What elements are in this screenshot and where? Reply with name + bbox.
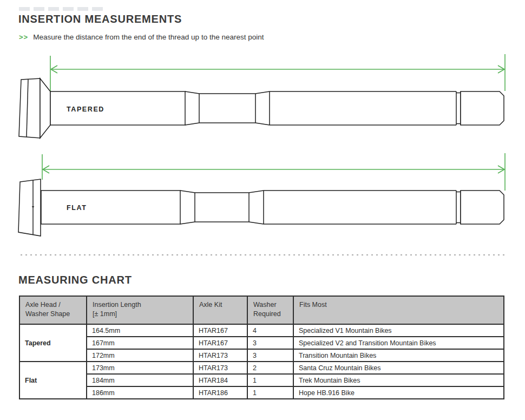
axle-head	[18, 179, 41, 236]
table-row: Flat 173mm HTAR173 2 Santa Cruz Mountain…	[19, 362, 504, 374]
axle-outline	[18, 179, 504, 236]
cell-fits-most: Transition Mountain Bikes	[293, 349, 504, 362]
axle-groove	[456, 191, 461, 224]
cell-axle-kit: HTAR173	[193, 349, 247, 362]
page-title: INSERTION MEASUREMENTS	[18, 13, 182, 25]
cell-insertion-length: 164.5mm	[87, 324, 193, 337]
cell-washer-required: 2	[247, 362, 293, 374]
cell-fits-most: Santa Cruz Mountain Bikes	[293, 362, 504, 374]
table-header-row: Axle Head /Washer Shape Insertion Length…	[19, 296, 504, 324]
instruction-text: Measure the distance from the end of the…	[33, 33, 264, 41]
cell-washer-required: 1	[247, 374, 293, 386]
header-insertion-length: Insertion Length[± 1mm]	[87, 296, 193, 324]
cell-axle-kit: HTAR186	[193, 386, 247, 399]
cell-fits-most: Specialized V2 and Transition Mountain B…	[293, 337, 504, 349]
cell-axle-kit: HTAR173	[193, 362, 247, 374]
axle-label-flat: FLAT	[67, 204, 87, 212]
axle-label-tapered: TAPERED	[67, 106, 104, 113]
flat-axle-diagram: FLAT	[16, 150, 509, 240]
dimension-arrow	[50, 54, 505, 91]
cell-washer-required: 3	[247, 337, 293, 349]
cell-fits-most: Trek Mountain Bikes	[293, 374, 504, 386]
instruction-line: >>Measure the distance from the end of t…	[19, 33, 264, 41]
dotted-divider	[19, 254, 506, 256]
header-fits-most: Fits Most	[293, 296, 504, 324]
axle-head	[19, 78, 40, 138]
cell-shape-tapered: Tapered	[19, 324, 87, 362]
measuring-chart-table: Axle Head /Washer Shape Insertion Length…	[19, 296, 504, 399]
cell-insertion-length: 184mm	[87, 374, 193, 386]
chart-title: MEASURING CHART	[18, 274, 132, 286]
header-washer-required: WasherRequired	[247, 296, 293, 324]
cell-axle-kit: HTAR184	[193, 374, 247, 386]
axle-thread-end	[461, 191, 504, 224]
cell-axle-kit: HTAR167	[193, 337, 247, 349]
cell-axle-kit: HTAR167	[193, 324, 247, 337]
cell-washer-required: 1	[247, 386, 293, 399]
cell-insertion-length: 167mm	[87, 337, 193, 349]
cell-fits-most: Specialized V1 Mountain Bikes	[293, 324, 504, 337]
header-axle-kit: Axle Kit	[193, 296, 247, 324]
table-row: 167mm HTAR167 3 Specialized V2 and Trans…	[19, 337, 504, 349]
manual-page: INSERTION MEASUREMENTS >>Measure the dis…	[0, 0, 525, 420]
axle-shaft	[41, 191, 180, 224]
cropped-text-remnant	[19, 7, 103, 11]
table-row: 186mm HTAR186 1 Hope HB.916 Bike	[19, 386, 504, 399]
axle-head-taper	[40, 78, 50, 138]
axle-thread-end	[461, 91, 504, 125]
dimension-arrow	[42, 153, 505, 191]
table-row: Tapered 164.5mm HTAR167 4 Specialized V1…	[19, 324, 504, 337]
cell-insertion-length: 186mm	[87, 386, 193, 399]
cell-shape-flat: Flat	[19, 362, 87, 399]
table-row: 172mm HTAR173 3 Transition Mountain Bike…	[19, 349, 504, 362]
cell-washer-required: 4	[247, 324, 293, 337]
double-chevron-icon: >>	[19, 33, 28, 41]
cell-insertion-length: 172mm	[87, 349, 193, 362]
table-row: 184mm HTAR184 1 Trek Mountain Bikes	[19, 374, 504, 386]
axle-groove	[456, 91, 461, 125]
cell-fits-most: Hope HB.916 Bike	[293, 386, 504, 399]
cell-washer-required: 3	[247, 349, 293, 362]
header-axle-head-washer-shape: Axle Head /Washer Shape	[19, 296, 87, 324]
tapered-axle-diagram: TAPERED	[16, 51, 509, 143]
cell-insertion-length: 173mm	[87, 362, 193, 374]
